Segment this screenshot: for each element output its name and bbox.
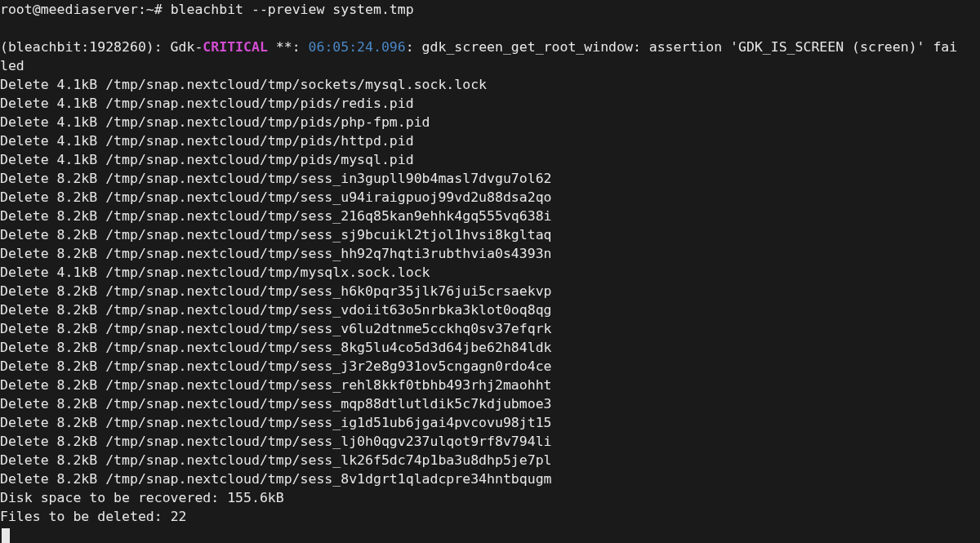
warning-critical: CRITICAL	[203, 39, 267, 55]
summary-disk-value: 155.6kB	[227, 490, 284, 505]
warning-mid: **:	[268, 39, 309, 55]
warning-prefix: (bleachbit:1928260): Gdk-	[0, 39, 203, 55]
warning-timestamp: 06:05:24.096	[309, 39, 406, 55]
warning-message: : gdk_screen_get_root_window: assertion …	[406, 39, 958, 55]
summary-disk-label: Disk space to be recovered:	[0, 490, 227, 505]
shell-prompt: root@meediaserver:~#	[0, 2, 171, 17]
command-text: bleachbit --preview system.tmp	[171, 2, 414, 17]
warning-wrap: led	[0, 58, 24, 73]
summary-files-value: 22	[171, 509, 187, 524]
delete-lines: Delete 4.1kB /tmp/snap.nextcloud/tmp/soc…	[0, 75, 980, 488]
terminal-output[interactable]: root@meediaserver:~# bleachbit --preview…	[0, 0, 980, 543]
cursor-icon	[2, 528, 10, 543]
summary-files-label: Files to be deleted:	[0, 509, 171, 524]
